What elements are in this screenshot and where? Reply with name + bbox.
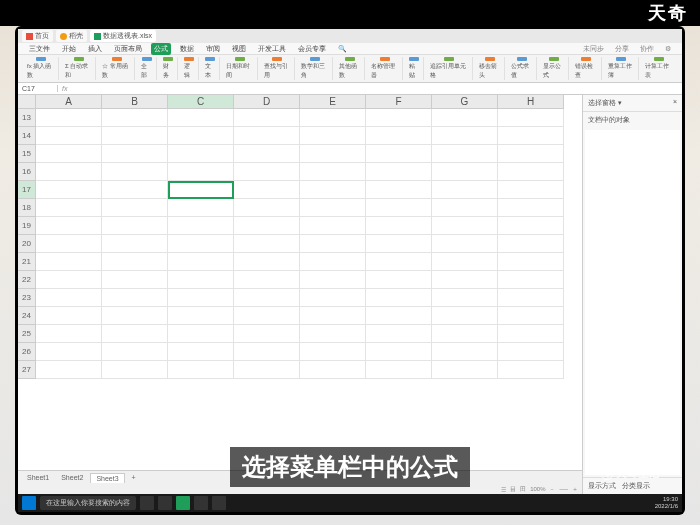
menu-dev[interactable]: 开发工具 xyxy=(255,43,289,55)
cell-H25[interactable] xyxy=(498,325,564,343)
row-header[interactable]: 16 xyxy=(18,163,36,181)
cell-A22[interactable] xyxy=(36,271,102,289)
cell-E16[interactable] xyxy=(300,163,366,181)
ribbon-group[interactable]: 财务 xyxy=(160,57,178,80)
cell-C19[interactable] xyxy=(168,217,234,235)
cell-E21[interactable] xyxy=(300,253,366,271)
cell-F26[interactable] xyxy=(366,343,432,361)
cell-E25[interactable] xyxy=(300,325,366,343)
cell-E17[interactable] xyxy=(300,181,366,199)
menu-member[interactable]: 会员专享 xyxy=(295,43,329,55)
cell-B21[interactable] xyxy=(102,253,168,271)
taskbar-clock[interactable]: 19:302022/1/6 xyxy=(655,496,678,509)
cell-G22[interactable] xyxy=(432,271,498,289)
cell-C16[interactable] xyxy=(168,163,234,181)
cell-A27[interactable] xyxy=(36,361,102,379)
menu-file[interactable]: 三文件 xyxy=(26,43,53,55)
cell-H20[interactable] xyxy=(498,235,564,253)
cell-G25[interactable] xyxy=(432,325,498,343)
cell-A24[interactable] xyxy=(36,307,102,325)
col-header-F[interactable]: F xyxy=(366,95,432,109)
cell-C14[interactable] xyxy=(168,127,234,145)
menu-insert[interactable]: 插入 xyxy=(85,43,105,55)
col-header-A[interactable]: A xyxy=(36,95,102,109)
gear-icon[interactable]: ⚙ xyxy=(662,44,674,54)
cell-H23[interactable] xyxy=(498,289,564,307)
row-header[interactable]: 18 xyxy=(18,199,36,217)
ribbon-group[interactable]: 逻辑 xyxy=(181,57,199,80)
cell-G14[interactable] xyxy=(432,127,498,145)
cell-D15[interactable] xyxy=(234,145,300,163)
row-header[interactable]: 20 xyxy=(18,235,36,253)
ribbon-group[interactable]: 数学和三角 xyxy=(298,57,333,80)
menu-review[interactable]: 审阅 xyxy=(203,43,223,55)
cell-C21[interactable] xyxy=(168,253,234,271)
cell-G20[interactable] xyxy=(432,235,498,253)
cell-D16[interactable] xyxy=(234,163,300,181)
cell-D27[interactable] xyxy=(234,361,300,379)
cell-H21[interactable] xyxy=(498,253,564,271)
cell-F14[interactable] xyxy=(366,127,432,145)
row-header[interactable]: 15 xyxy=(18,145,36,163)
task-icon[interactable] xyxy=(212,496,226,510)
cell-D26[interactable] xyxy=(234,343,300,361)
cell-E24[interactable] xyxy=(300,307,366,325)
cell-H14[interactable] xyxy=(498,127,564,145)
cell-E20[interactable] xyxy=(300,235,366,253)
menu-start[interactable]: 开始 xyxy=(59,43,79,55)
cell-A21[interactable] xyxy=(36,253,102,271)
cell-B26[interactable] xyxy=(102,343,168,361)
cell-C22[interactable] xyxy=(168,271,234,289)
col-header-D[interactable]: D xyxy=(234,95,300,109)
row-header[interactable]: 24 xyxy=(18,307,36,325)
close-icon[interactable]: × xyxy=(673,98,677,108)
cell-F24[interactable] xyxy=(366,307,432,325)
tab-home[interactable]: 首页 xyxy=(22,30,53,42)
cell-A14[interactable] xyxy=(36,127,102,145)
cell-D22[interactable] xyxy=(234,271,300,289)
ribbon-group[interactable]: ☆ 常用函数 xyxy=(99,57,135,80)
cell-H26[interactable] xyxy=(498,343,564,361)
start-button[interactable] xyxy=(22,496,36,510)
cell-D24[interactable] xyxy=(234,307,300,325)
cell-G13[interactable] xyxy=(432,109,498,127)
row-header[interactable]: 14 xyxy=(18,127,36,145)
fx-icon[interactable]: fx xyxy=(62,85,67,92)
ribbon-group[interactable]: 粘贴 xyxy=(406,57,424,80)
cell-E26[interactable] xyxy=(300,343,366,361)
cell-C13[interactable] xyxy=(168,109,234,127)
cell-H13[interactable] xyxy=(498,109,564,127)
row-header[interactable]: 23 xyxy=(18,289,36,307)
cell-G21[interactable] xyxy=(432,253,498,271)
cell-A25[interactable] xyxy=(36,325,102,343)
row-header[interactable]: 26 xyxy=(18,343,36,361)
cell-F17[interactable] xyxy=(366,181,432,199)
cell-H18[interactable] xyxy=(498,199,564,217)
cell-C24[interactable] xyxy=(168,307,234,325)
cell-F27[interactable] xyxy=(366,361,432,379)
cell-F22[interactable] xyxy=(366,271,432,289)
menu-data[interactable]: 数据 xyxy=(177,43,197,55)
ribbon-group[interactable]: 日期和时间 xyxy=(223,57,258,80)
cell-F20[interactable] xyxy=(366,235,432,253)
collab-button[interactable]: 协作 xyxy=(637,43,657,55)
cell-F13[interactable] xyxy=(366,109,432,127)
cell-H19[interactable] xyxy=(498,217,564,235)
cell-G27[interactable] xyxy=(432,361,498,379)
menu-search[interactable]: 🔍 xyxy=(335,44,350,54)
cell-B19[interactable] xyxy=(102,217,168,235)
select-all-corner[interactable] xyxy=(18,95,36,109)
cell-G23[interactable] xyxy=(432,289,498,307)
ribbon-group[interactable]: 全部 xyxy=(138,57,156,80)
cell-C15[interactable] xyxy=(168,145,234,163)
cell-C27[interactable] xyxy=(168,361,234,379)
tab-docer[interactable]: 稻壳 xyxy=(56,30,87,42)
cell-F19[interactable] xyxy=(366,217,432,235)
cell-F21[interactable] xyxy=(366,253,432,271)
cell-H17[interactable] xyxy=(498,181,564,199)
cell-G17[interactable] xyxy=(432,181,498,199)
cell-A17[interactable] xyxy=(36,181,102,199)
cell-F18[interactable] xyxy=(366,199,432,217)
ribbon-group[interactable]: 错误检查 xyxy=(572,57,601,80)
cell-C25[interactable] xyxy=(168,325,234,343)
